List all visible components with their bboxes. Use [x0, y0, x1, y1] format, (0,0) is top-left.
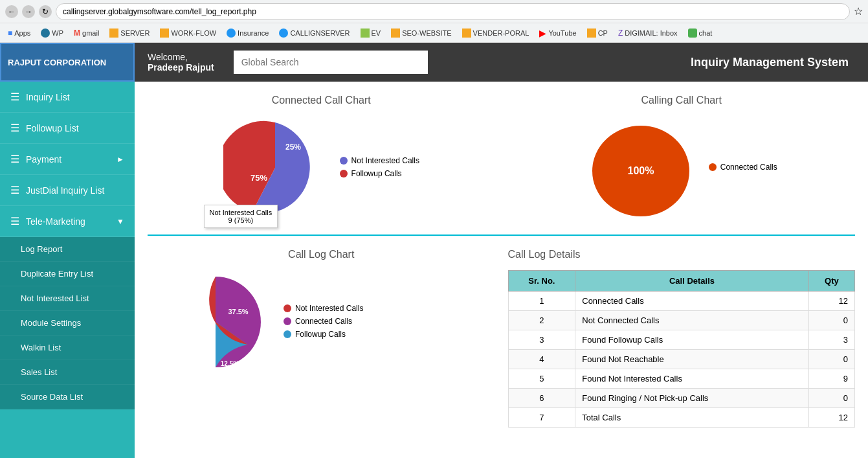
cell-detail: Not Connected Calls — [575, 311, 809, 330]
menu-icon: ☰ — [10, 215, 19, 227]
pie-tooltip: Not Interested Calls 9 (75%) — [204, 205, 278, 228]
bookmark-insurance[interactable]: Insurance — [224, 27, 271, 39]
bookmark-server[interactable]: SERVER — [107, 27, 152, 39]
table-row: 5 Found Not Interested Calls 9 — [508, 369, 855, 389]
svg-text:75%: 75% — [250, 173, 267, 183]
legend-dot-connected — [709, 163, 717, 171]
bookmark-chat[interactable]: chat — [685, 27, 715, 39]
connected-call-chart: Connected Call Chart 75% 25% — [148, 95, 495, 222]
calling-call-pie-svg: 100% — [586, 116, 696, 220]
svg-text:37.5%: 37.5% — [228, 308, 248, 315]
cell-detail: Connected Calls — [575, 292, 809, 311]
connected-call-pie-wrapper: 75% 25% Not Interested Calls 9 (75%) — [223, 116, 327, 222]
legend-dot-connected-calls — [284, 317, 291, 325]
menu-icon: ☰ — [10, 153, 19, 165]
telemarketing-submenu: Log Report Duplicate Entry List Not Inte… — [0, 237, 135, 409]
sidebar-sub-sales-list[interactable]: Sales List — [0, 360, 135, 385]
call-log-details: Call Log Details Sr. No. Call Details Qt… — [508, 249, 856, 428]
sidebar-item-inquiry-list[interactable]: ☰ Inquiry List — [0, 82, 135, 113]
menu-icon: ☰ — [10, 122, 19, 134]
svg-text:50%: 50% — [193, 315, 208, 324]
cell-qty: 0 — [808, 389, 854, 408]
cell-qty: 0 — [808, 311, 854, 330]
svg-text:12.5%: 12.5% — [221, 360, 239, 367]
calling-call-pie-wrapper: 100% — [586, 116, 696, 222]
bookmark-wp[interactable]: WP — [38, 27, 66, 39]
sidebar-sub-source-data[interactable]: Source Data List — [0, 385, 135, 409]
bookmark-callingserver[interactable]: CALLIGNSERVER — [276, 27, 352, 39]
sidebar-sub-walkin-list[interactable]: Walkin List — [0, 336, 135, 360]
legend-item-not-interested: Not Interested Calls — [340, 156, 419, 165]
back-button[interactable]: ← — [5, 5, 18, 18]
call-log-chart-title: Call Log Chart — [148, 249, 495, 260]
bookmark-cp[interactable]: CP — [584, 27, 610, 39]
sidebar-sub-log-report[interactable]: Log Report — [0, 237, 135, 262]
bookmark-apps[interactable]: ■ Apps — [5, 27, 33, 39]
connected-call-pie-area: 75% 25% Not Interested Calls 9 (75%) — [148, 116, 495, 222]
bookmark-workflow[interactable]: WORK-FLOW — [157, 27, 219, 39]
cell-detail: Found Followup Calls — [575, 330, 809, 350]
calling-call-chart-title: Calling Call Chart — [508, 95, 856, 106]
sidebar-item-justdial[interactable]: ☰ JustDial Inquiry List — [0, 175, 135, 206]
call-log-pie-svg: 50% 12.5% 37.5% — [161, 270, 271, 374]
menu-icon: ☰ — [10, 91, 19, 103]
legend-item-not-interested-calls: Not Interested Calls — [284, 304, 363, 313]
bottom-row: Call Log Chart 50% — [148, 249, 855, 428]
table-row: 6 Found Ringing / Not Pick-up Calls 0 — [508, 389, 855, 408]
system-title: Inquiry Management System — [691, 56, 868, 69]
bookmark-gmail[interactable]: M gmail — [71, 27, 102, 39]
cell-qty: 12 — [808, 292, 854, 311]
bookmark-ev[interactable]: EV — [358, 27, 384, 39]
legend-dot-followup — [340, 170, 348, 177]
sidebar-sub-duplicate-entry[interactable]: Duplicate Entry List — [0, 262, 135, 286]
bookmark-digimail[interactable]: Z DIGIMAIL: Inbox — [616, 27, 680, 39]
bookmark-seo[interactable]: SEO-WEBSITE — [388, 27, 454, 39]
cell-qty: 12 — [808, 408, 854, 428]
cell-detail: Found Not Reachable — [575, 350, 809, 369]
cell-qty: 0 — [808, 350, 854, 369]
global-search-input[interactable] — [234, 51, 428, 74]
table-row: 2 Not Connected Calls 0 — [508, 311, 855, 330]
cell-sr: 6 — [508, 389, 575, 408]
sidebar-sub-not-interested[interactable]: Not Interested List — [0, 286, 135, 311]
cell-detail: Found Not Interested Calls — [575, 369, 809, 389]
user-name: Pradeep Rajput — [148, 62, 214, 73]
menu-icon: ☰ — [10, 184, 19, 196]
cell-sr: 3 — [508, 330, 575, 350]
calling-call-pie-area: 100% Connected Calls — [508, 116, 856, 222]
bookmark-vender[interactable]: VENDER-PORAL — [460, 27, 532, 39]
legend-item-connected-calls: Connected Calls — [284, 317, 363, 326]
cell-qty: 9 — [808, 369, 854, 389]
legend-item-followup-calls: Followup Calls — [284, 330, 363, 339]
refresh-button[interactable]: ↻ — [39, 5, 52, 18]
connected-call-legend: Not Interested Calls Followup Calls — [340, 156, 419, 182]
legend-dot-not-interested-calls — [284, 304, 291, 312]
main-content: Connected Call Chart 75% 25% — [135, 82, 868, 458]
sidebar-sub-module-settings[interactable]: Module Settings — [0, 311, 135, 336]
table-row: 7 Total Calls 12 — [508, 408, 855, 428]
arrow-icon: ▼ — [117, 217, 124, 226]
url-bar[interactable] — [56, 3, 850, 20]
cell-qty: 3 — [808, 330, 854, 350]
star-icon[interactable]: ☆ — [854, 5, 863, 17]
welcome-text: Welcome, — [148, 52, 214, 62]
logo: RAJPUT CORPORATION — [0, 43, 135, 82]
call-log-legend: Not Interested Calls Connected Calls Fol… — [284, 304, 363, 343]
legend-dot-not-interested — [340, 157, 348, 165]
bookmark-youtube[interactable]: ▶ YouTube — [537, 27, 579, 40]
svg-text:100%: 100% — [627, 165, 654, 176]
call-log-details-title: Call Log Details — [508, 249, 856, 260]
sidebar-item-telemarketing[interactable]: ☰ Tele-Marketing ▼ — [0, 206, 135, 237]
call-log-table: Sr. No. Call Details Qty 1 Connected Cal… — [508, 270, 856, 428]
cell-sr: 4 — [508, 350, 575, 369]
sidebar-item-followup-list[interactable]: ☰ Followup List — [0, 113, 135, 144]
table-row: 3 Found Followup Calls 3 — [508, 330, 855, 350]
col-header-details: Call Details — [575, 271, 809, 292]
sidebar: ☰ Inquiry List ☰ Followup List ☰ Payment… — [0, 82, 135, 458]
table-row: 4 Found Not Reachable 0 — [508, 350, 855, 369]
cell-detail: Found Ringing / Not Pick-up Calls — [575, 389, 809, 408]
connected-call-chart-title: Connected Call Chart — [148, 95, 495, 106]
sidebar-item-payment[interactable]: ☰ Payment ► — [0, 144, 135, 175]
svg-text:25%: 25% — [285, 143, 301, 152]
forward-button[interactable]: → — [22, 5, 35, 18]
